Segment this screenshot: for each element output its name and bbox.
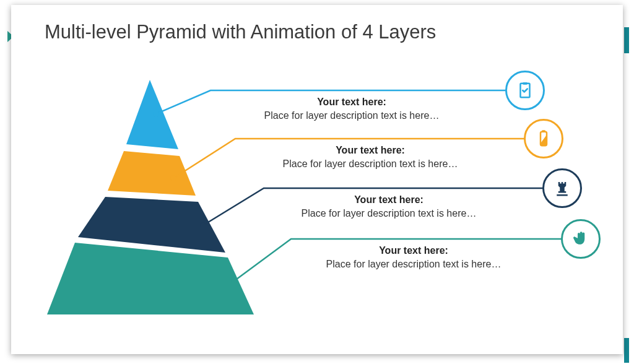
pyramid-layer-1	[126, 80, 178, 149]
layer-3-desc: Place for layer description text is here…	[259, 208, 519, 219]
layer-4-header: Your text here:	[284, 245, 544, 256]
accent-right-bottom	[624, 338, 629, 363]
pyramid-diagram	[11, 5, 623, 354]
connector-3-dot	[200, 222, 206, 228]
layer-3-text: Your text here: Place for layer descript…	[259, 194, 519, 219]
battery-icon	[524, 119, 563, 158]
pyramid-layer-4	[47, 243, 254, 314]
layer-1-text: Your text here: Place for layer descript…	[222, 97, 482, 121]
clipboard-check-icon	[505, 71, 545, 110]
svg-rect-3	[542, 130, 545, 132]
connector-4-dot	[231, 278, 237, 284]
connector-2-dot	[170, 175, 176, 181]
layer-1-header: Your text here:	[222, 97, 482, 108]
layer-2-header: Your text here:	[240, 145, 500, 156]
layer-2-desc: Place for layer description text is here…	[240, 158, 500, 170]
accent-right-top	[624, 27, 629, 53]
layer-4-text: Your text here: Place for layer descript…	[284, 245, 544, 270]
svg-rect-4	[557, 194, 568, 196]
chess-rook-icon	[542, 168, 582, 208]
layer-2-text: Your text here: Place for layer descript…	[240, 145, 500, 170]
svg-rect-1	[523, 82, 528, 85]
layer-1-desc: Place for layer description text is here…	[222, 110, 482, 121]
slide: Multi-level Pyramid with Animation of 4 …	[11, 5, 623, 354]
layer-4-desc: Place for layer description text is here…	[284, 259, 544, 270]
hand-icon	[561, 219, 601, 259]
connector-1-dot	[153, 111, 159, 117]
layer-3-header: Your text here:	[259, 194, 519, 206]
